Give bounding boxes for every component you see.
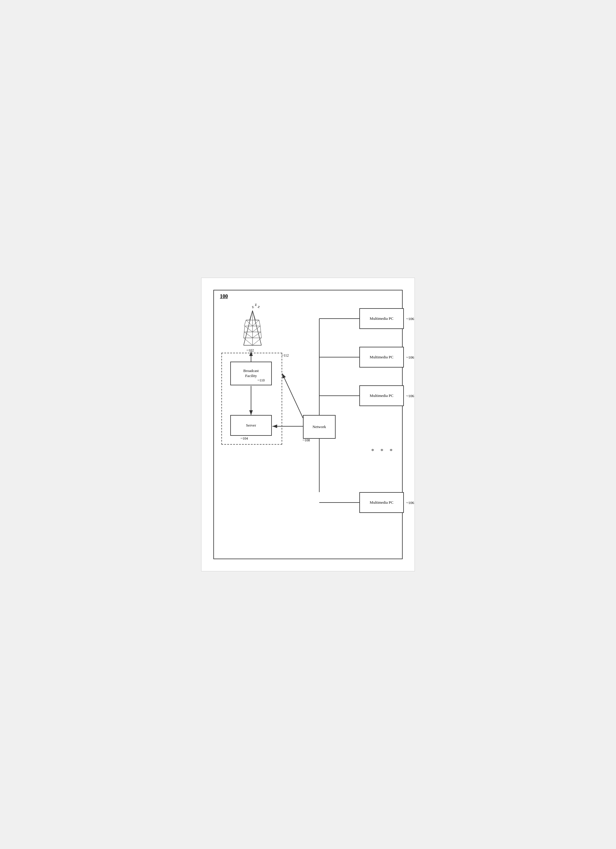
server-ref-label: ~104 bbox=[241, 436, 248, 441]
antenna-ref-label: ~102 bbox=[246, 348, 254, 353]
broadcast-facility-box: BroadcastFacility bbox=[230, 362, 272, 385]
broadcast-facility-text: BroadcastFacility bbox=[243, 368, 259, 378]
antenna-icon: z z z bbox=[238, 302, 267, 350]
svg-line-14 bbox=[259, 320, 260, 326]
multimedia-pc-box-3: Multimedia PC bbox=[359, 385, 404, 406]
antenna-area: z z z bbox=[238, 302, 267, 350]
svg-text:z: z bbox=[257, 304, 261, 309]
page: 100 z z z bbox=[201, 278, 415, 571]
svg-line-16 bbox=[261, 332, 261, 338]
server-text: Server bbox=[246, 423, 256, 428]
mm-pc-ref-4: ~106 bbox=[406, 500, 414, 505]
svg-line-26 bbox=[252, 311, 255, 320]
svg-line-22 bbox=[252, 332, 261, 338]
svg-line-13 bbox=[244, 332, 244, 338]
svg-line-18 bbox=[252, 320, 259, 326]
svg-text:z: z bbox=[255, 302, 257, 307]
multimedia-pc-box-4: Multimedia PC bbox=[359, 492, 404, 513]
mm-pc-ref-2: ~106 bbox=[406, 355, 414, 360]
mm-pc-ref-3: ~106 bbox=[406, 394, 414, 398]
svg-line-17 bbox=[246, 320, 252, 326]
broadcast-facility-ref-label: ~110 bbox=[258, 378, 265, 383]
svg-line-19 bbox=[245, 326, 252, 332]
svg-line-12 bbox=[244, 326, 245, 332]
mm-pc-label-1: Multimedia PC bbox=[370, 316, 394, 321]
mm-pc-label-2: Multimedia PC bbox=[370, 355, 394, 359]
svg-text:z: z bbox=[251, 304, 254, 309]
svg-line-23 bbox=[244, 338, 252, 345]
svg-line-4 bbox=[252, 311, 261, 345]
svg-line-25 bbox=[249, 311, 252, 320]
mm-pc-ref-1: ~106 bbox=[406, 317, 414, 321]
server-box: Server bbox=[230, 415, 272, 436]
svg-line-34 bbox=[282, 374, 303, 418]
mm-pc-label-3: Multimedia PC bbox=[370, 393, 394, 398]
multimedia-pc-box-2: Multimedia PC bbox=[359, 347, 404, 368]
svg-line-15 bbox=[260, 326, 261, 332]
multimedia-pc-box-1: Multimedia PC bbox=[359, 308, 404, 329]
svg-line-3 bbox=[244, 311, 252, 345]
network-text: Network bbox=[312, 424, 326, 429]
asterisks-indicator: * * * bbox=[371, 448, 395, 454]
svg-line-24 bbox=[252, 338, 261, 345]
dashed-box-ref-label: ~112 bbox=[282, 353, 289, 358]
svg-line-11 bbox=[244, 320, 246, 326]
diagram-container: 100 z z z bbox=[213, 290, 403, 559]
diagram-label: 100 bbox=[220, 293, 228, 299]
mm-pc-label-4: Multimedia PC bbox=[370, 500, 394, 505]
network-box: Network bbox=[303, 415, 336, 439]
svg-line-20 bbox=[252, 326, 260, 332]
svg-line-21 bbox=[244, 332, 252, 338]
network-ref-label: ~108 bbox=[303, 438, 310, 442]
